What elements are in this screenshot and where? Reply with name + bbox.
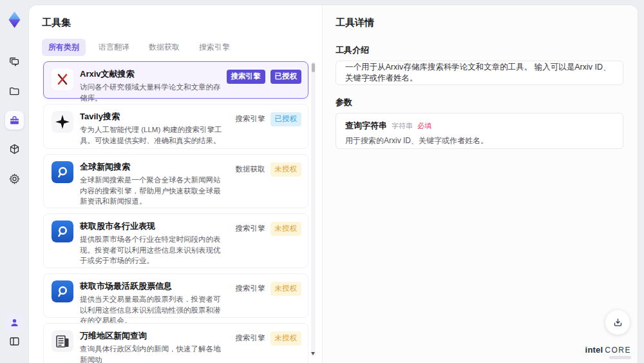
intel-core-logo: intel CORE <box>585 345 631 355</box>
tool-card[interactable]: 全球新闻搜索 全球新闻搜索是一个聚合全球各大新闻网站内容的搜索引擎，帮助用户快速… <box>43 154 308 208</box>
tool-details-panel: 工具详情 工具介绍 一个用于从Arxiv存储库搜索科学论文和文章的工具。 输入可… <box>322 5 638 363</box>
tool-auth-badge: 未授权 <box>270 222 302 236</box>
param-type: 字符串 <box>392 121 413 131</box>
sidebar-item-account[interactable] <box>5 313 24 332</box>
category-tabs: 所有类别语言翻译数据获取搜索引擎 <box>42 39 236 56</box>
param-required-badge: 必填 <box>417 121 431 131</box>
tavily-icon <box>52 111 73 133</box>
params-heading: 参数 <box>336 97 352 108</box>
news-search-icon <box>52 280 73 302</box>
param-name: 查询字符串 <box>345 120 387 132</box>
news-search-icon <box>52 221 73 242</box>
tool-name: Arxiv文献搜索 <box>80 68 224 80</box>
sidebar-item-settings[interactable] <box>5 170 24 188</box>
scrollbar[interactable] <box>311 62 316 357</box>
details-title: 工具详情 <box>336 17 374 29</box>
gear-icon <box>8 173 21 185</box>
tool-auth-badge: 已授权 <box>270 70 302 84</box>
main-panel: 工具集 所有类别语言翻译数据获取搜索引擎 Arxiv文献搜索 访问各个研究领域大… <box>29 5 638 363</box>
tool-category-badge: 搜索引擎 <box>236 112 265 126</box>
user-icon <box>8 317 21 329</box>
folder-icon <box>8 85 21 97</box>
sidebar-item-collapse[interactable] <box>5 332 24 351</box>
tool-name: 获取市场最活跃股票信息 <box>80 280 224 292</box>
tool-category-badge: 搜索引擎 <box>236 331 265 346</box>
tool-card[interactable]: Arxiv文献搜索 访问各个研究领域大量科学论文和文章的存储库。 搜索引擎 已授… <box>43 61 308 99</box>
tool-description: 访问各个研究领域大量科学论文和文章的存储库。 <box>80 82 224 103</box>
tab-category-1[interactable]: 语言翻译 <box>92 39 136 56</box>
brand-intel: intel <box>585 345 603 355</box>
tool-name: 全球新闻搜索 <box>80 161 224 173</box>
param-description: 用于搜索的Arxiv ID、关键字或作者姓名。 <box>345 135 614 146</box>
tool-auth-badge: 未授权 <box>270 162 302 177</box>
tool-description: 提供当天交易量最高的股票列表，投资者可以利用这些信息来识别流动性强的股票和潜在的… <box>80 294 224 326</box>
tool-auth-badge: 未授权 <box>270 331 302 346</box>
intro-heading: 工具介绍 <box>336 44 369 56</box>
app-logo-icon <box>5 10 24 29</box>
tab-category-2[interactable]: 数据获取 <box>142 39 186 56</box>
sidebar-item-files[interactable] <box>5 82 24 101</box>
app-rail <box>0 0 29 363</box>
tool-card[interactable]: Tavily搜索 专为人工智能代理 (LLM) 构建的搜索引擎工具。可快速提供实… <box>43 104 308 149</box>
tab-category-3[interactable]: 搜索引擎 <box>193 39 236 56</box>
tool-card[interactable]: 万维地区新闻查询 查询具体行政区划内的新闻，快速了解各地新闻动 搜索引擎 未授权 <box>43 323 308 363</box>
intro-text-box: 一个用于从Arxiv存储库搜索科学论文和文章的工具。 输入可以是Arxiv ID… <box>336 61 623 85</box>
tool-name: Tavily搜索 <box>80 111 224 123</box>
intro-text: 一个用于从Arxiv存储库搜索科学论文和文章的工具。 输入可以是Arxiv ID… <box>345 62 614 84</box>
news-search-icon <box>52 161 73 183</box>
param-card: 查询字符串 字符串 必填 用于搜索的Arxiv ID、关键字或作者姓名。 <box>336 113 623 149</box>
tool-name: 万维地区新闻查询 <box>80 330 224 342</box>
tool-list: Arxiv文献搜索 访问各个研究领域大量科学论文和文章的存储库。 搜索引擎 已授… <box>43 61 308 363</box>
scrollbar-thumb[interactable] <box>312 63 315 72</box>
tool-category-badge: 数据获取 <box>236 162 265 177</box>
download-button[interactable] <box>605 310 630 335</box>
tool-description: 全球新闻搜索是一个聚合全球各大新闻网站内容的搜索引擎，帮助用户快速获取全球最新资… <box>80 175 224 207</box>
tool-auth-badge: 已授权 <box>270 112 302 126</box>
download-icon <box>612 317 623 328</box>
tool-auth-badge: 未授权 <box>270 282 302 296</box>
scrollbar-down-arrow[interactable] <box>311 352 315 355</box>
chat-icon <box>8 55 21 68</box>
tool-card[interactable]: 获取股市各行业表现 提供股票市场各个行业在特定时间段内的表现。投资者可以利用这些… <box>43 213 308 268</box>
newspaper-icon <box>52 330 73 352</box>
page-title: 工具集 <box>42 17 71 29</box>
tool-card[interactable]: 获取市场最活跃股票信息 提供当天交易量最高的股票列表，投资者可以利用这些信息来识… <box>43 273 308 318</box>
tool-name: 获取股市各行业表现 <box>80 221 224 232</box>
arxiv-icon <box>52 68 73 90</box>
sidebar-item-chat[interactable] <box>5 52 24 71</box>
tool-category-badge: 搜索引擎 <box>236 222 265 236</box>
sidebar-item-tools[interactable] <box>5 111 24 130</box>
tool-description: 查询具体行政区划内的新闻，快速了解各地新闻动 <box>80 344 224 363</box>
tool-category-badge: 搜索引擎 <box>236 282 265 296</box>
panel-layout-icon <box>8 335 21 348</box>
brand-sub-bar <box>609 356 631 359</box>
cube-icon <box>8 143 21 155</box>
toolset-panel: 工具集 所有类别语言翻译数据获取搜索引擎 Arxiv文献搜索 访问各个研究领域大… <box>29 5 322 363</box>
tool-description: 提供股票市场各个行业在特定时间段内的表现。投资者可以利用这些信息来识别表现优于或… <box>80 234 224 266</box>
toolbox-icon <box>8 114 21 126</box>
sidebar-item-models[interactable] <box>5 140 24 159</box>
tool-description: 专为人工智能代理 (LLM) 构建的搜索引擎工具。可快速提供实时、准确和真实的结… <box>80 124 224 146</box>
tool-category-badge: 搜索引擎 <box>227 70 265 84</box>
tab-category-0[interactable]: 所有类别 <box>42 39 86 56</box>
brand-core: CORE <box>605 346 631 355</box>
